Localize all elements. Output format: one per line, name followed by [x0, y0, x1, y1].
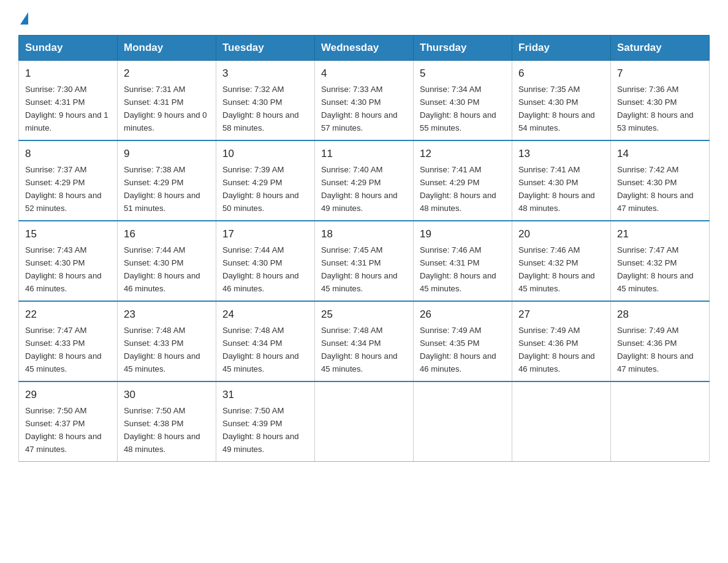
calendar-header-saturday: Saturday: [611, 36, 710, 61]
calendar-cell: 12 Sunrise: 7:41 AMSunset: 4:29 PMDaylig…: [414, 140, 512, 221]
day-number: 9: [124, 146, 210, 162]
calendar-week-row: 22 Sunrise: 7:47 AMSunset: 4:33 PMDaylig…: [19, 301, 710, 381]
calendar-cell: 14 Sunrise: 7:42 AMSunset: 4:30 PMDaylig…: [611, 140, 710, 221]
calendar-header-thursday: Thursday: [414, 36, 512, 61]
calendar-cell: 24 Sunrise: 7:48 AMSunset: 4:34 PMDaylig…: [216, 301, 315, 381]
day-info: Sunrise: 7:47 AMSunset: 4:33 PMDaylight:…: [25, 326, 102, 373]
calendar-header-tuesday: Tuesday: [216, 36, 315, 61]
day-info: Sunrise: 7:49 AMSunset: 4:36 PMDaylight:…: [617, 326, 694, 373]
calendar-cell: 22 Sunrise: 7:47 AMSunset: 4:33 PMDaylig…: [19, 301, 118, 381]
calendar-cell: 31 Sunrise: 7:50 AMSunset: 4:39 PMDaylig…: [216, 381, 315, 462]
calendar-cell: 28 Sunrise: 7:49 AMSunset: 4:36 PMDaylig…: [611, 301, 710, 381]
day-number: 1: [25, 66, 111, 82]
day-number: 31: [222, 387, 308, 403]
day-number: 15: [25, 226, 111, 242]
day-info: Sunrise: 7:33 AMSunset: 4:30 PMDaylight:…: [321, 85, 398, 132]
calendar-cell: [512, 381, 611, 462]
day-info: Sunrise: 7:48 AMSunset: 4:33 PMDaylight:…: [124, 326, 200, 373]
calendar-week-row: 8 Sunrise: 7:37 AMSunset: 4:29 PMDayligh…: [19, 140, 710, 221]
day-info: Sunrise: 7:48 AMSunset: 4:34 PMDaylight:…: [321, 326, 398, 373]
day-number: 28: [617, 307, 703, 323]
calendar-cell: 21 Sunrise: 7:47 AMSunset: 4:32 PMDaylig…: [611, 221, 710, 301]
day-number: 17: [222, 226, 308, 242]
calendar-cell: 27 Sunrise: 7:49 AMSunset: 4:36 PMDaylig…: [512, 301, 611, 381]
calendar-week-row: 15 Sunrise: 7:43 AMSunset: 4:30 PMDaylig…: [19, 221, 710, 301]
day-number: 16: [124, 226, 210, 242]
day-info: Sunrise: 7:50 AMSunset: 4:39 PMDaylight:…: [222, 406, 299, 454]
day-number: 24: [222, 307, 308, 323]
day-info: Sunrise: 7:31 AMSunset: 4:31 PMDaylight:…: [124, 85, 207, 132]
page-header: [18, 12, 710, 25]
calendar-cell: 16 Sunrise: 7:44 AMSunset: 4:30 PMDaylig…: [118, 221, 216, 301]
logo-triangle-icon: [20, 12, 28, 25]
calendar-cell: 7 Sunrise: 7:36 AMSunset: 4:30 PMDayligh…: [611, 61, 710, 141]
day-info: Sunrise: 7:41 AMSunset: 4:29 PMDaylight:…: [420, 165, 496, 213]
calendar-cell: 3 Sunrise: 7:32 AMSunset: 4:30 PMDayligh…: [216, 61, 315, 141]
day-info: Sunrise: 7:45 AMSunset: 4:31 PMDaylight:…: [321, 245, 398, 293]
day-info: Sunrise: 7:49 AMSunset: 4:36 PMDaylight:…: [518, 326, 595, 373]
calendar-cell: 5 Sunrise: 7:34 AMSunset: 4:30 PMDayligh…: [414, 61, 512, 141]
day-number: 10: [222, 146, 308, 162]
calendar-cell: 8 Sunrise: 7:37 AMSunset: 4:29 PMDayligh…: [19, 140, 118, 221]
calendar-header-monday: Monday: [118, 36, 216, 61]
calendar-cell: 25 Sunrise: 7:48 AMSunset: 4:34 PMDaylig…: [315, 301, 414, 381]
day-info: Sunrise: 7:48 AMSunset: 4:34 PMDaylight:…: [222, 326, 299, 373]
day-number: 30: [124, 387, 210, 403]
day-number: 2: [124, 66, 210, 82]
calendar-cell: 10 Sunrise: 7:39 AMSunset: 4:29 PMDaylig…: [216, 140, 315, 221]
calendar-header-friday: Friday: [512, 36, 611, 61]
day-number: 8: [25, 146, 111, 162]
logo: [18, 12, 28, 25]
day-info: Sunrise: 7:47 AMSunset: 4:32 PMDaylight:…: [617, 245, 694, 293]
day-number: 27: [518, 307, 604, 323]
calendar-cell: 1 Sunrise: 7:30 AMSunset: 4:31 PMDayligh…: [19, 61, 118, 141]
calendar-cell: 18 Sunrise: 7:45 AMSunset: 4:31 PMDaylig…: [315, 221, 414, 301]
day-info: Sunrise: 7:41 AMSunset: 4:30 PMDaylight:…: [518, 165, 595, 213]
day-number: 21: [617, 226, 703, 242]
day-info: Sunrise: 7:32 AMSunset: 4:30 PMDaylight:…: [222, 85, 299, 132]
calendar-cell: 17 Sunrise: 7:44 AMSunset: 4:30 PMDaylig…: [216, 221, 315, 301]
calendar-cell: 30 Sunrise: 7:50 AMSunset: 4:38 PMDaylig…: [118, 381, 216, 462]
day-number: 25: [321, 307, 407, 323]
day-number: 14: [617, 146, 703, 162]
day-info: Sunrise: 7:34 AMSunset: 4:30 PMDaylight:…: [420, 85, 496, 132]
day-number: 13: [518, 146, 604, 162]
calendar-cell: 9 Sunrise: 7:38 AMSunset: 4:29 PMDayligh…: [118, 140, 216, 221]
day-info: Sunrise: 7:30 AMSunset: 4:31 PMDaylight:…: [25, 85, 108, 132]
calendar-cell: [414, 381, 512, 462]
day-info: Sunrise: 7:42 AMSunset: 4:30 PMDaylight:…: [617, 165, 694, 213]
day-number: 4: [321, 66, 407, 82]
calendar-cell: 29 Sunrise: 7:50 AMSunset: 4:37 PMDaylig…: [19, 381, 118, 462]
calendar-cell: 6 Sunrise: 7:35 AMSunset: 4:30 PMDayligh…: [512, 61, 611, 141]
calendar-week-row: 29 Sunrise: 7:50 AMSunset: 4:37 PMDaylig…: [19, 381, 710, 462]
day-number: 7: [617, 66, 703, 82]
calendar-cell: 20 Sunrise: 7:46 AMSunset: 4:32 PMDaylig…: [512, 221, 611, 301]
day-number: 26: [420, 307, 506, 323]
day-info: Sunrise: 7:37 AMSunset: 4:29 PMDaylight:…: [25, 165, 102, 213]
day-info: Sunrise: 7:46 AMSunset: 4:32 PMDaylight:…: [518, 245, 595, 293]
day-number: 3: [222, 66, 308, 82]
calendar-cell: 2 Sunrise: 7:31 AMSunset: 4:31 PMDayligh…: [118, 61, 216, 141]
calendar-cell: [611, 381, 710, 462]
calendar-week-row: 1 Sunrise: 7:30 AMSunset: 4:31 PMDayligh…: [19, 61, 710, 141]
calendar-cell: 19 Sunrise: 7:46 AMSunset: 4:31 PMDaylig…: [414, 221, 512, 301]
day-info: Sunrise: 7:38 AMSunset: 4:29 PMDaylight:…: [124, 165, 200, 213]
day-info: Sunrise: 7:39 AMSunset: 4:29 PMDaylight:…: [222, 165, 299, 213]
day-number: 29: [25, 387, 111, 403]
calendar-cell: 26 Sunrise: 7:49 AMSunset: 4:35 PMDaylig…: [414, 301, 512, 381]
day-info: Sunrise: 7:40 AMSunset: 4:29 PMDaylight:…: [321, 165, 398, 213]
day-number: 19: [420, 226, 506, 242]
calendar-table: SundayMondayTuesdayWednesdayThursdayFrid…: [18, 35, 710, 462]
day-info: Sunrise: 7:44 AMSunset: 4:30 PMDaylight:…: [222, 245, 299, 293]
calendar-cell: 11 Sunrise: 7:40 AMSunset: 4:29 PMDaylig…: [315, 140, 414, 221]
calendar-cell: 23 Sunrise: 7:48 AMSunset: 4:33 PMDaylig…: [118, 301, 216, 381]
day-info: Sunrise: 7:49 AMSunset: 4:35 PMDaylight:…: [420, 326, 496, 373]
calendar-cell: 4 Sunrise: 7:33 AMSunset: 4:30 PMDayligh…: [315, 61, 414, 141]
day-info: Sunrise: 7:50 AMSunset: 4:38 PMDaylight:…: [124, 406, 200, 454]
day-number: 11: [321, 146, 407, 162]
calendar-cell: 15 Sunrise: 7:43 AMSunset: 4:30 PMDaylig…: [19, 221, 118, 301]
calendar-header-sunday: Sunday: [19, 36, 118, 61]
day-number: 20: [518, 226, 604, 242]
day-info: Sunrise: 7:44 AMSunset: 4:30 PMDaylight:…: [124, 245, 200, 293]
day-number: 5: [420, 66, 506, 82]
